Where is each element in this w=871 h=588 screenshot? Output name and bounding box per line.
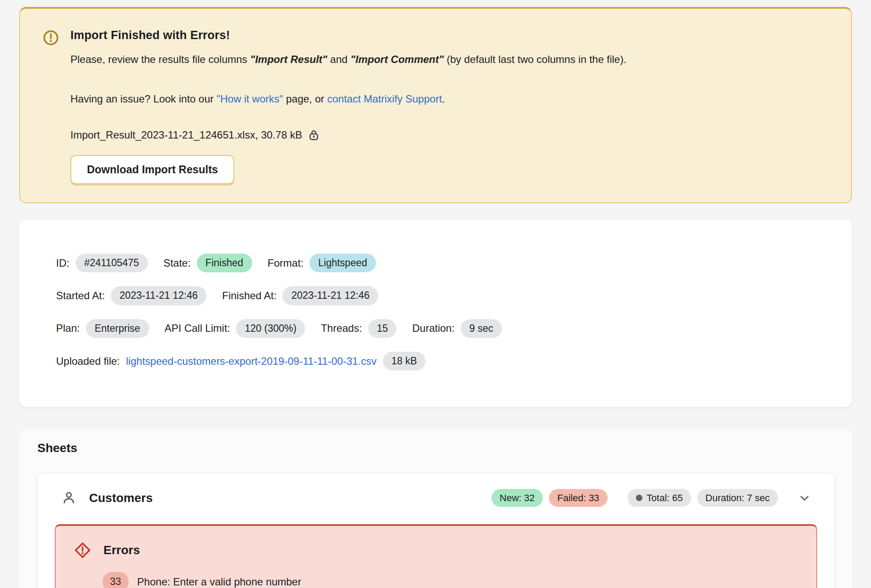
errors-heading: Errors xyxy=(103,543,140,557)
customers-sheet-header[interactable]: Customers New: 32 Failed: 33 Total: 65 D… xyxy=(37,473,834,522)
errors-banner: Errors 33 Phone: Enter a valid phone num… xyxy=(55,524,817,588)
state-value-badge: Finished xyxy=(197,254,252,272)
plan-value-badge: Enterprise xyxy=(86,319,149,338)
details-row-identity: ID: #241105475 State: Finished Format: L… xyxy=(56,254,815,272)
threads-label: Threads: xyxy=(321,322,362,334)
help-text: Having an issue? Look into our xyxy=(70,93,216,105)
id-label: ID: xyxy=(56,257,70,269)
help-text-period: . xyxy=(442,93,445,105)
details-row-uploaded-file: Uploaded file: lightspeed-customers-expo… xyxy=(56,352,815,370)
api-call-limit-label: API Call Limit: xyxy=(165,322,230,334)
api-call-limit-value-badge: 120 (300%) xyxy=(236,319,305,338)
state-field: State: Finished xyxy=(163,254,252,272)
id-value-badge: #241105475 xyxy=(76,254,148,272)
total-dot-icon xyxy=(636,495,642,501)
import-results-page: Import Finished with Errors! Please, rev… xyxy=(0,0,871,588)
error-count-badge: 33 xyxy=(103,572,129,588)
sheets-heading: Sheets xyxy=(37,441,834,455)
format-field: Format: Lightspeed xyxy=(268,254,376,272)
error-message: Phone: Enter a valid phone number xyxy=(137,576,302,588)
finished-at-value-badge: 2023-11-21 12:46 xyxy=(283,286,378,305)
finished-at-field: Finished At: 2023-11-21 12:46 xyxy=(222,286,378,305)
plan-field: Plan: Enterprise xyxy=(56,319,149,338)
warning-circle-icon xyxy=(43,30,59,202)
details-row-plan: Plan: Enterprise API Call Limit: 120 (30… xyxy=(56,319,815,338)
state-label: State: xyxy=(163,257,191,269)
sheet-duration-badge: Duration: 7 sec xyxy=(697,489,778,507)
banner-message-tail: (by default last two columns in the file… xyxy=(444,53,626,65)
banner-message: Please, review the results file columns … xyxy=(70,53,827,66)
customers-sheet-card: Customers New: 32 Failed: 33 Total: 65 D… xyxy=(37,473,834,588)
threads-value-badge: 15 xyxy=(368,319,397,338)
banner-message-text: Please, review the results file columns xyxy=(70,53,250,65)
import-details-card: ID: #241105475 State: Finished Format: L… xyxy=(19,220,852,407)
uploaded-file-size-badge: 18 kB xyxy=(383,352,426,370)
banner-title: Import Finished with Errors! xyxy=(70,29,827,42)
format-value-badge: Lightspeed xyxy=(309,254,376,272)
total-count-badge: Total: 65 xyxy=(628,489,691,507)
new-count-badge: New: 32 xyxy=(492,489,543,507)
duration-field: Duration: 9 sec xyxy=(412,319,502,338)
import-comment-column: "Import Comment" xyxy=(350,53,444,65)
banner-body: Import Finished with Errors! Please, rev… xyxy=(70,29,827,202)
result-file-row: Import_Result_2023-11-21_124651.xlsx, 30… xyxy=(70,128,827,142)
uploaded-file-field: Uploaded file: lightspeed-customers-expo… xyxy=(56,352,426,370)
customers-badges: New: 32 Failed: 33 Total: 65 Duration: 7… xyxy=(492,489,778,507)
chevron-down-icon[interactable] xyxy=(797,491,812,505)
format-label: Format: xyxy=(268,257,304,269)
details-row-times: Started At: 2023-11-21 12:46 Finished At… xyxy=(56,286,815,305)
diamond-alert-icon xyxy=(74,542,91,559)
duration-label: Duration: xyxy=(412,322,454,334)
banner-message-and: and xyxy=(327,53,350,65)
lock-icon xyxy=(307,128,320,142)
started-at-field: Started At: 2023-11-21 12:46 xyxy=(56,286,206,305)
warning-banner: Import Finished with Errors! Please, rev… xyxy=(19,7,852,203)
started-at-value-badge: 2023-11-21 12:46 xyxy=(111,286,206,305)
how-it-works-link[interactable]: "How it works" xyxy=(216,93,283,105)
threads-field: Threads: 15 xyxy=(321,319,396,338)
contact-support-link[interactable]: contact Matrixify Support xyxy=(327,93,442,105)
banner-help-line: Having an issue? Look into our "How it w… xyxy=(70,92,827,106)
failed-count-badge: Failed: 33 xyxy=(549,489,608,507)
uploaded-file-label: Uploaded file: xyxy=(56,355,120,367)
person-icon xyxy=(61,490,77,506)
download-import-results-button[interactable]: Download Import Results xyxy=(70,155,234,184)
id-field: ID: #241105475 xyxy=(56,254,148,272)
error-item: 33 Phone: Enter a valid phone number xyxy=(103,572,799,588)
total-count-text: Total: 65 xyxy=(647,492,683,503)
help-text-mid: page, or xyxy=(283,93,327,105)
plan-label: Plan: xyxy=(56,322,80,334)
sheets-section: Sheets Customers New: 32 Failed: 33 Tota… xyxy=(19,429,852,588)
uploaded-file-link[interactable]: lightspeed-customers-export-2019-09-11-1… xyxy=(126,355,377,367)
api-call-limit-field: API Call Limit: 120 (300%) xyxy=(165,319,306,338)
duration-value-badge: 9 sec xyxy=(461,319,502,338)
import-result-column: "Import Result" xyxy=(250,53,327,65)
errors-header: Errors xyxy=(74,542,799,559)
customers-sheet-title: Customers xyxy=(89,491,153,505)
started-at-label: Started At: xyxy=(56,290,105,302)
finished-at-label: Finished At: xyxy=(222,290,276,302)
result-file-name: Import_Result_2023-11-21_124651.xlsx, 30… xyxy=(70,129,302,141)
